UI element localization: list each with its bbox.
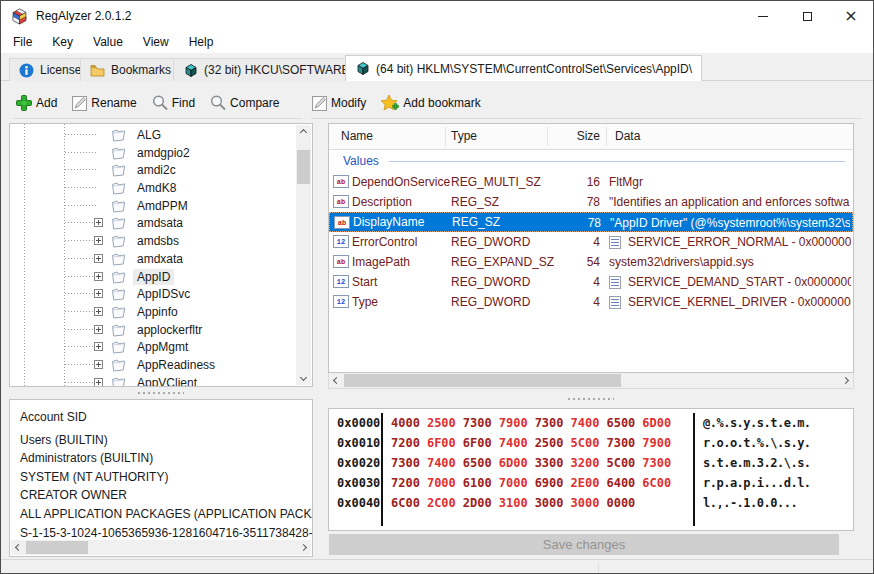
tree-item[interactable]: applockerfltr [10,321,296,339]
scroll-left-arrow[interactable] [329,373,344,388]
hex-byte[interactable]: 7900 [499,416,528,430]
tree-item-label[interactable]: applockerfltr [133,322,206,338]
column-header-name[interactable]: Name [341,129,373,143]
hex-byte[interactable]: 7400 [427,456,456,470]
tree-item-label[interactable]: AmdK8 [133,180,180,196]
expand-plus-icon[interactable] [94,254,103,263]
hex-byte[interactable]: 6500 [606,416,635,430]
hex-byte[interactable]: 3300 [535,456,564,470]
tree-item[interactable]: Appinfo [10,303,296,321]
tree-item-label[interactable]: AppIDSvc [133,286,194,302]
expand-plus-icon[interactable] [94,360,103,369]
value-name[interactable]: ErrorControl [352,235,417,249]
values-horizontal-scrollbar[interactable] [328,373,854,389]
hex-byte[interactable]: 7900 [642,436,671,450]
expand-plus-icon[interactable] [94,218,103,227]
sid-list-item[interactable]: SYSTEM (NT AUTHORITY) [20,468,310,487]
menu-item[interactable]: Help [179,33,224,51]
value-name[interactable]: ImagePath [352,255,410,269]
sid-list-item[interactable]: Administrators (BUILTIN) [20,449,310,468]
tree-item[interactable]: amdsata [10,214,296,232]
value-row[interactable]: ab DisplayName REG_SZ 78 "AppID Driver" … [329,212,853,232]
hex-byte[interactable]: 6D00 [642,416,671,430]
tree-item[interactable]: amdi2c [10,161,296,179]
expand-plus-icon[interactable] [94,307,103,316]
menu-item[interactable]: Key [42,33,83,51]
hex-byte[interactable]: 7300 [391,456,420,470]
sid-list-item[interactable]: Account SID [20,408,310,427]
tab-hkcu-software[interactable]: (32 bit) HKCU\SOFTWARE\ [173,58,363,81]
hex-byte[interactable]: 7200 [391,476,420,490]
expand-plus-icon[interactable] [94,325,103,334]
maximize-button[interactable] [785,1,829,31]
sid-list-item[interactable]: Users (BUILTIN) [20,431,310,450]
scroll-left-arrow[interactable] [11,540,26,555]
value-name[interactable]: DependOnService [352,175,450,189]
value-name[interactable]: Description [352,195,412,209]
expand-plus-icon[interactable] [94,378,103,387]
add-bookmark-button[interactable]: Add bookmark [380,94,480,112]
expand-plus-icon[interactable] [94,272,103,281]
value-row[interactable]: 12 Type REG_DWORD 4 SERVICE_KERNEL_DRIVE… [329,292,853,312]
scrollbar-thumb[interactable] [344,374,621,387]
hex-byte[interactable]: 6F00 [463,436,492,450]
value-name[interactable]: Type [352,295,378,309]
tree-item-label[interactable]: amdi2c [133,162,180,178]
tree-item-label[interactable]: AppMgmt [133,339,192,355]
hex-byte[interactable]: 7400 [499,436,528,450]
column-separator[interactable] [547,127,548,146]
hex-byte[interactable]: 6100 [463,476,492,490]
close-button[interactable]: × [829,1,873,31]
hex-byte[interactable]: 6D00 [499,456,528,470]
hex-byte[interactable]: 3000 [535,496,564,510]
hex-byte[interactable]: 2C00 [427,496,456,510]
hex-byte[interactable]: 6C00 [642,476,671,490]
scrollbar-thumb[interactable] [26,541,88,554]
hex-byte[interactable]: 4000 [391,416,420,430]
hex-byte[interactable]: 7400 [571,416,600,430]
expand-plus-icon[interactable] [94,236,103,245]
tree-item[interactable]: AppMgmt [10,338,296,356]
hex-byte[interactable]: 7000 [427,476,456,490]
tree-vertical-scrollbar[interactable] [296,125,311,385]
menu-item[interactable]: View [133,33,179,51]
tree-item-label[interactable]: Appinfo [133,304,182,320]
hex-byte[interactable]: 3200 [571,456,600,470]
tree-item-label[interactable]: AppVClient [133,375,201,387]
menu-item[interactable]: Value [83,33,133,51]
hex-byte[interactable]: 6400 [606,476,635,490]
tree-item-label[interactable]: AppReadiness [133,357,219,373]
value-row[interactable]: ab ImagePath REG_EXPAND_SZ 54 system32\d… [329,252,853,272]
hex-byte[interactable]: 6900 [535,476,564,490]
value-row[interactable]: ab Description REG_SZ 78 "Identifies an … [329,192,853,212]
find-button[interactable]: Find [151,94,195,112]
tree-item-label[interactable]: ALG [133,127,165,143]
tab-hklm-appid[interactable]: (64 bit) HKLM\SYSTEM\CurrentControlSet\S… [345,55,702,81]
tree-item[interactable]: AppID [10,268,296,286]
value-name[interactable]: Start [352,275,377,289]
value-row[interactable]: 12 ErrorControl REG_DWORD 4 SERVICE_ERRO… [329,232,853,252]
hex-byte[interactable]: 2E00 [571,476,600,490]
column-header-size[interactable]: Size [554,129,600,143]
right-splitter-handle[interactable] [568,397,614,400]
hex-byte[interactable]: 7300 [535,416,564,430]
save-changes-button[interactable]: Save changes [329,534,839,555]
tree-item-label[interactable]: amdsbs [133,233,183,249]
scroll-right-arrow[interactable] [296,540,311,555]
hex-byte[interactable]: 7300 [606,436,635,450]
hex-byte[interactable]: 3100 [499,496,528,510]
value-row[interactable]: ab DependOnService REG_MULTI_SZ 16 FltMg… [329,172,853,192]
tree-item-label[interactable]: amdxata [133,251,187,267]
scroll-down-arrow[interactable] [296,370,311,385]
hex-byte[interactable]: 5C00 [571,436,600,450]
tree-item[interactable]: ALG [10,126,296,144]
tree-item[interactable]: amdgpio2 [10,144,296,162]
hex-byte[interactable]: 2500 [535,436,564,450]
minimize-button[interactable] [741,1,785,31]
tree-item[interactable]: amdxata [10,250,296,268]
scroll-up-arrow[interactable] [296,125,311,140]
scroll-right-arrow[interactable] [838,373,853,388]
left-splitter-handle[interactable] [138,391,184,394]
tree-item[interactable]: AppIDSvc [10,285,296,303]
tree-item[interactable]: AppVClient [10,374,296,387]
